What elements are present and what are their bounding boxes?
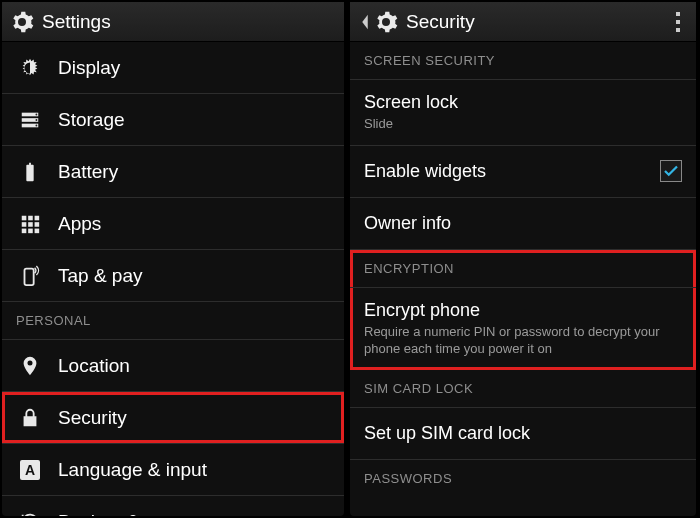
location-icon	[16, 355, 44, 377]
settings-item-label: Backup & reset	[58, 511, 187, 516]
settings-item-label: Tap & pay	[58, 265, 143, 287]
encryption-group-highlight: ENCRYPTION Encrypt phone Require a numer…	[350, 250, 696, 370]
settings-item-label: Security	[58, 407, 127, 429]
pref-encrypt-phone[interactable]: Encrypt phone Require a numeric PIN or p…	[350, 288, 696, 370]
svg-point-5	[36, 124, 38, 126]
overflow-icon[interactable]	[668, 8, 688, 36]
display-icon	[16, 57, 44, 79]
svg-rect-14	[35, 228, 40, 233]
pref-title: Screen lock	[364, 92, 682, 113]
backup-icon	[16, 511, 44, 516]
security-header: Security	[350, 2, 696, 42]
battery-icon	[16, 161, 44, 183]
svg-rect-11	[35, 222, 40, 227]
pref-title: Owner info	[364, 213, 682, 234]
settings-item-label: Language & input	[58, 459, 207, 481]
svg-rect-10	[28, 222, 33, 227]
svg-rect-9	[22, 222, 27, 227]
gear-icon[interactable]	[374, 10, 398, 34]
section-passwords: PASSWORDS	[350, 460, 696, 498]
section-sim-lock: SIM CARD LOCK	[350, 370, 696, 408]
svg-rect-8	[35, 215, 40, 220]
pref-title: Encrypt phone	[364, 300, 682, 321]
tap-pay-icon	[16, 265, 44, 287]
svg-point-4	[36, 119, 38, 121]
settings-header: Settings	[2, 2, 344, 42]
gear-icon	[10, 10, 34, 34]
svg-point-3	[36, 113, 38, 115]
settings-item-security[interactable]: Security	[2, 392, 344, 444]
settings-item-backup[interactable]: Backup & reset	[2, 496, 344, 516]
security-list: SCREEN SECURITY Screen lock Slide Enable…	[350, 42, 696, 516]
svg-rect-6	[22, 215, 27, 220]
settings-item-language[interactable]: A Language & input	[2, 444, 344, 496]
settings-item-location[interactable]: Location	[2, 340, 344, 392]
settings-item-display[interactable]: Display	[2, 42, 344, 94]
settings-item-label: Battery	[58, 161, 118, 183]
pref-title: Set up SIM card lock	[364, 423, 682, 444]
pref-sim-lock[interactable]: Set up SIM card lock	[350, 408, 696, 460]
section-encryption: ENCRYPTION	[350, 250, 696, 288]
security-pane: Security SCREEN SECURITY Screen lock Sli…	[350, 2, 696, 516]
pref-screen-lock[interactable]: Screen lock Slide	[350, 80, 696, 146]
settings-title: Settings	[42, 11, 111, 33]
pref-owner-info[interactable]: Owner info	[350, 198, 696, 250]
checkbox-checked[interactable]	[660, 160, 682, 182]
svg-rect-12	[22, 228, 27, 233]
settings-pane: Settings Display Storage Battery Apps	[2, 2, 344, 516]
svg-rect-15	[25, 268, 34, 285]
back-icon[interactable]	[358, 11, 374, 33]
pref-enable-widgets[interactable]: Enable widgets	[350, 146, 696, 198]
svg-rect-7	[28, 215, 33, 220]
svg-rect-13	[28, 228, 33, 233]
settings-item-apps[interactable]: Apps	[2, 198, 344, 250]
pref-sub: Require a numeric PIN or password to dec…	[364, 323, 682, 358]
settings-item-storage[interactable]: Storage	[2, 94, 344, 146]
storage-icon	[16, 109, 44, 131]
language-icon: A	[16, 460, 44, 480]
pref-sub: Slide	[364, 115, 682, 133]
settings-item-label: Storage	[58, 109, 125, 131]
lock-icon	[16, 407, 44, 429]
settings-item-battery[interactable]: Battery	[2, 146, 344, 198]
security-title: Security	[406, 11, 475, 33]
settings-list: Display Storage Battery Apps Tap & pay	[2, 42, 344, 516]
apps-icon	[16, 213, 44, 235]
settings-item-label: Apps	[58, 213, 101, 235]
pref-title: Enable widgets	[364, 161, 660, 182]
section-screen-security: SCREEN SECURITY	[350, 42, 696, 80]
section-personal: PERSONAL	[2, 302, 344, 340]
settings-item-label: Display	[58, 57, 120, 79]
settings-item-tap-pay[interactable]: Tap & pay	[2, 250, 344, 302]
settings-item-label: Location	[58, 355, 130, 377]
